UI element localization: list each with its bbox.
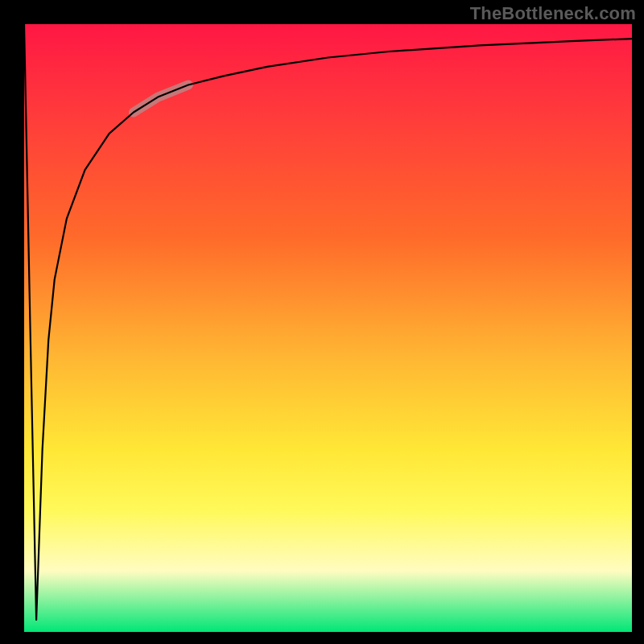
plot-area (24, 24, 632, 632)
curve-svg (24, 24, 632, 632)
bottleneck-curve (24, 24, 632, 620)
watermark-text: TheBottleneck.com (470, 3, 636, 24)
chart-frame: TheBottleneck.com (0, 0, 644, 644)
